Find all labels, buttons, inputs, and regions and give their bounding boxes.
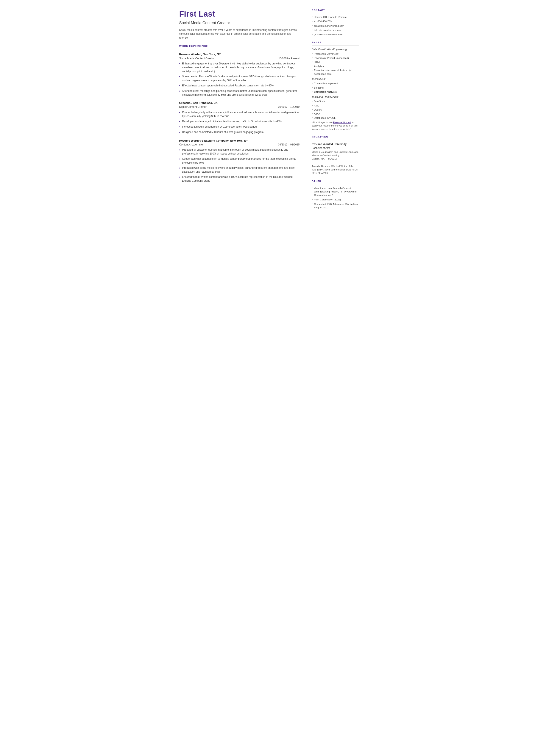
skills-list-2: JavaScript XML JQuery AJAX Databases (My… [312, 99, 359, 119]
other-item: PMP Certification (2022) [312, 198, 359, 201]
edu-location-date: Boston, MA — 05/2017 [312, 157, 359, 160]
other-item: Volunteered in a 9-month Content Writing… [312, 186, 359, 197]
edu-block-0: Resume Worded University Bachelor of Art… [312, 142, 359, 175]
skill-item: Content Management [312, 82, 359, 85]
skills-section: SKILLS Data Visualization/Engineering: P… [312, 41, 359, 131]
other-section: OTHER Volunteered in a 9-month Content W… [312, 180, 359, 210]
edu-school: Resume Worded University [312, 142, 359, 146]
skill-item: Blogging [312, 86, 359, 90]
job-bullets-3: Managed all customer queries that came i… [179, 148, 300, 183]
skills-note: • Don't forget to use Resume Worded to s… [312, 121, 359, 131]
skill-item: HTML [312, 60, 359, 64]
edu-major: Major in Journalism and English Language [312, 150, 359, 154]
right-column: CONTACT Denver, OH (Open to Remote) +1-2… [306, 0, 365, 259]
bullet-item: Spear headed Resume Worded's site redesi… [179, 74, 300, 82]
candidate-title: Social Media Content Creator [179, 20, 300, 26]
bullet-item: Attended client meetings and planning se… [179, 89, 300, 97]
resume-worded-link[interactable]: Resume Worded [333, 121, 351, 124]
bullet-item: Effected new content approach that upsca… [179, 84, 300, 88]
skill-item: Photoshop (Advanced) [312, 52, 359, 56]
other-label: OTHER [312, 180, 359, 183]
skills-list-0: Photoshop (Advanced) Powerpoint Prezi (E… [312, 52, 359, 76]
job-company-2: Growthsi, San Francisco, CA [179, 101, 300, 105]
job-row-1: Social Media Content Creator 10/2018 – P… [179, 57, 300, 61]
job-title-2: Digital Content Creator [179, 105, 207, 109]
education-divider [312, 140, 359, 140]
job-title-1: Social Media Content Creator [179, 57, 214, 61]
bullet-item: Connected regularly with consumers, infl… [179, 110, 300, 118]
bullet-item: Enhanced engagement by over 90 percent w… [179, 62, 300, 73]
edu-awards: Awards: Resume Worded Writer of the year… [312, 164, 359, 175]
job-bullets-2: Connected regularly with consumers, infl… [179, 110, 300, 134]
bullet-item: Increased LinkedIn engagement by 105% ov… [179, 125, 300, 129]
job-title-3: Content creator intern [179, 143, 205, 147]
skill-item: JavaScript [312, 99, 359, 103]
bullet-item: Cooperated with editorial team to identi… [179, 157, 300, 165]
contact-item: linkedin.com/in/username [312, 28, 359, 32]
skills-label: SKILLS [312, 41, 359, 44]
contact-item: github.com/resumeworded [312, 33, 359, 36]
job-row-2: Digital Content Creator 05/2017 – 10/201… [179, 105, 300, 109]
education-label: EDUCATION [312, 136, 359, 139]
edu-minors: Minors in Content Writing [312, 154, 359, 157]
job-company-3: Resume Worded's Exciting Company, New Yo… [179, 139, 300, 143]
edu-degree: Bachelor of Arts [312, 146, 359, 150]
skills-list-1: Content Management Blogging Campaign Ana… [312, 82, 359, 93]
skills-divider [312, 45, 359, 45]
job-block-2: Growthsi, San Francisco, CA Digital Cont… [179, 101, 300, 134]
job-dates-3: 08/2012 – 01/2015 [278, 143, 299, 147]
job-block-1: Resume Worded, New York, NY Social Media… [179, 52, 300, 97]
job-dates-2: 05/2017 – 10/2019 [278, 105, 299, 109]
contact-divider [312, 13, 359, 13]
skill-item: Recruiter note: enter skills from job de… [312, 69, 359, 75]
other-list: Volunteered in a 9-month Content Writing… [312, 186, 359, 210]
contact-list: Denver, OH (Open to Remote) +1-234-456-7… [312, 15, 359, 36]
skill-item: Powerpoint Prezi (Experienced) [312, 56, 359, 60]
skill-item: Analytics [312, 65, 359, 68]
skills-category-title-1: Techniques: [312, 77, 359, 81]
skills-category-title-0: Data Visualization/Engineering: [312, 48, 359, 51]
bullet-item: Developed and managed digital content in… [179, 119, 300, 124]
work-experience-divider [179, 49, 300, 49]
other-item: Completed 150+ Articles on RW fashion Bl… [312, 202, 359, 209]
contact-item: email@resumeworded.com [312, 24, 359, 28]
left-column: First Last Social Media Content Creator … [171, 0, 306, 259]
bullet-item: Managed all customer queries that came i… [179, 148, 300, 155]
bullet-item: Interacted with social media followers o… [179, 166, 300, 174]
education-section: EDUCATION Resume Worded University Bache… [312, 136, 359, 175]
contact-item: Denver, OH (Open to Remote) [312, 15, 359, 19]
skills-category-title-2: Tools and Frameworks: [312, 95, 359, 99]
candidate-summary: Social media content creator with over 6… [179, 28, 300, 40]
skill-item: XML [312, 104, 359, 107]
job-company-1: Resume Worded, New York, NY [179, 52, 300, 56]
skill-item-bold: Campaign Analysis [312, 90, 359, 94]
bullet-item: Ensured that all written content and was… [179, 175, 300, 183]
skill-item: Databases (MySQL) [312, 116, 359, 120]
candidate-name: First Last [179, 9, 300, 19]
skill-item: JQuery [312, 108, 359, 111]
job-bullets-1: Enhanced engagement by over 90 percent w… [179, 62, 300, 97]
job-row-3: Content creator intern 08/2012 – 01/2015 [179, 143, 300, 147]
contact-item: +1-234-456-789 [312, 20, 359, 23]
job-block-3: Resume Worded's Exciting Company, New Yo… [179, 139, 300, 183]
skill-item: AJAX [312, 112, 359, 116]
contact-label: CONTACT [312, 9, 359, 12]
work-experience-label: WORK EXPERIENCE [179, 44, 300, 48]
bullet-item: Designed and completed 500 hours of a we… [179, 130, 300, 134]
job-dates-1: 10/2018 – Present [278, 57, 299, 60]
contact-section: CONTACT Denver, OH (Open to Remote) +1-2… [312, 9, 359, 36]
